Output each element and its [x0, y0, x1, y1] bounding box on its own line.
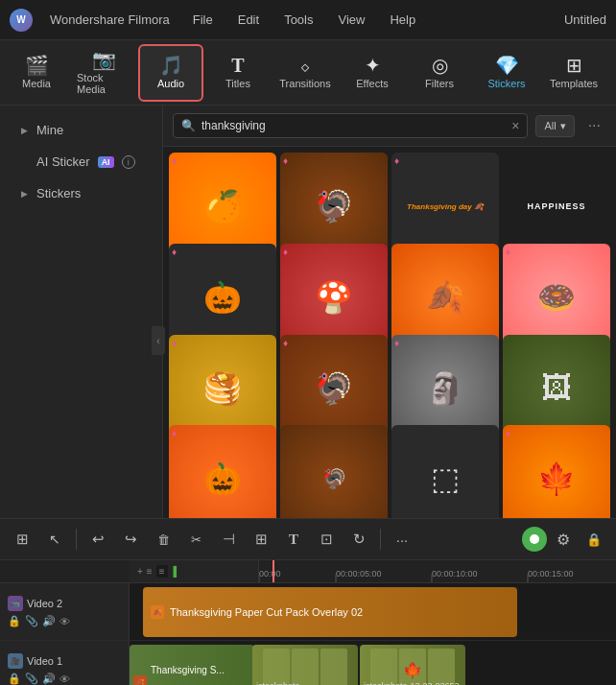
sidebar-item-mine-label: Mine [36, 123, 63, 137]
clip-icon: 🍂 [151, 605, 164, 619]
clip-thanksgiving-s[interactable]: 🍂 Thanksgiving S... [130, 645, 254, 685]
sticker-thumb: ⬚ [391, 425, 499, 518]
split-view-button[interactable]: ⊞ [8, 525, 36, 554]
stock-media-label: Stock Media [77, 72, 130, 95]
sticker-fav-icon: ♦ [172, 428, 177, 438]
toolbar-transitions[interactable]: ⬦ Transitions [272, 44, 338, 102]
settings-button[interactable]: ⚙ [551, 527, 576, 552]
toolbar-filters[interactable]: ◎ Filters [407, 44, 472, 102]
track-eye-icon[interactable]: 👁 [59, 616, 70, 627]
sticker-item-fall-leaves[interactable]: 🍁 ♦ ⬇ [503, 425, 610, 518]
track-audio-icon[interactable]: 🔊 [42, 615, 56, 627]
thumb-stripe-2 [292, 649, 319, 685]
track-header-top: 📹 Video 2 [8, 596, 121, 611]
select-tool-button[interactable]: ↖ [40, 525, 69, 554]
clip-thumbnails [263, 649, 347, 685]
rotate-button[interactable]: ↻ [344, 525, 373, 554]
track-audio-icon[interactable]: 🔊 [42, 673, 56, 685]
menu-view[interactable]: View [332, 9, 370, 31]
sticker-item-pumpkin2[interactable]: 🎃 ♦ ⬇ [169, 425, 276, 518]
track-video2-header: 📹 Video 2 🔒 📎 🔊 👁 [0, 583, 130, 640]
delete-button[interactable]: 🗑 [149, 525, 178, 554]
add-track-button[interactable]: + [137, 566, 143, 577]
toolbar-effects[interactable]: ✦ Effects [340, 44, 405, 102]
menu-tools[interactable]: Tools [278, 9, 319, 31]
record-button[interactable] [522, 527, 547, 552]
track-clip-icon[interactable]: 📎 [25, 673, 38, 685]
track-clip-icon[interactable]: 📎 [25, 615, 38, 627]
filters-icon: ◎ [432, 56, 448, 75]
effects-icon: ✦ [365, 56, 381, 75]
menu-edit[interactable]: Edit [232, 9, 265, 31]
thumb-stripe-3 [320, 649, 347, 685]
more-tools-button[interactable]: ··· [388, 525, 416, 554]
templates-label: Templates [550, 78, 598, 89]
sticker-fav-icon: ♦ [283, 338, 288, 348]
titlebar: W Wondershare Filmora File Edit Tools Vi… [0, 0, 616, 40]
audio-label: Audio [157, 78, 184, 89]
track-video1-header: 🎥 Video 1 🔒 📎 🔊 👁 [0, 641, 130, 685]
stickers-label: Stickers [487, 78, 525, 89]
track-lock-icon[interactable]: 🔒 [8, 615, 21, 627]
toolbar-audio[interactable]: 🎵 Audio [138, 44, 203, 102]
collapse-sidebar-button[interactable]: ‹ [152, 326, 165, 355]
ai-sticker-toggle-icon [19, 157, 29, 167]
undo-button[interactable]: ↩ [83, 525, 112, 554]
mine-toggle-icon: ▶ [19, 126, 29, 135]
search-input[interactable] [201, 119, 506, 132]
track-video1: 🎥 Video 1 🔒 📎 🔊 👁 🍂 Thanksgiving S... [0, 641, 616, 685]
sidebar-item-stickers[interactable]: ▶ Stickers [6, 178, 156, 208]
sidebar-item-mine[interactable]: ▶ Mine [6, 115, 156, 145]
track-video2: 📹 Video 2 🔒 📎 🔊 👁 🍂 Thanksgiving Paper C… [0, 583, 616, 641]
media-icon: 🎬 [25, 56, 49, 75]
content-panel: 🔍 × All ▾ ··· 🍊 ♦ ⬇ 🦃 ♦ ⬇ [163, 106, 616, 518]
fullscreen-button[interactable]: 🔒 [580, 525, 608, 554]
titles-label: Titles [225, 78, 250, 89]
timeline-controls: + ≡ ≡ ▌ [130, 560, 259, 582]
sticker-item-frame[interactable]: ⬚ ⬇ [391, 425, 499, 518]
trim-button[interactable]: ⊣ [214, 525, 243, 554]
filter-label: All [544, 120, 556, 131]
filter-button[interactable]: All ▾ [535, 115, 574, 137]
main-content: ▶ Mine AI Sticker AI i ▶ Stickers 🔍 × Al… [0, 106, 616, 518]
timeline-tracks: 📹 Video 2 🔒 📎 🔊 👁 🍂 Thanksgiving Paper C… [0, 583, 616, 685]
track-controls-video1: 🔒 📎 🔊 👁 [8, 673, 121, 685]
menu-file[interactable]: File [187, 9, 219, 31]
track-controls-video2: 🔒 📎 🔊 👁 [8, 615, 121, 627]
toolbar-titles[interactable]: T Titles [205, 44, 271, 102]
titlebar-left: W Wondershare Filmora File Edit Tools Vi… [10, 9, 421, 32]
main-toolbar: 🎬 Media 📷 Stock Media 🎵 Audio T Titles ⬦… [0, 40, 616, 106]
ruler-marks-area: 00:00 00:00:05:00 00:00:10:00 00:00:15:0… [259, 560, 616, 582]
crop-button[interactable]: ⊡ [312, 525, 341, 554]
ai-info-icon: i [122, 155, 135, 169]
group-button[interactable]: ⊞ [247, 525, 275, 554]
more-options-button[interactable]: ··· [582, 115, 606, 136]
transitions-icon: ⬦ [299, 56, 311, 75]
toolbar-stock-media[interactable]: 📷 Stock Media [71, 44, 136, 102]
filter-chevron-icon: ▾ [560, 120, 566, 132]
clear-search-icon[interactable]: × [511, 118, 519, 133]
sticker-item-turkey-2[interactable]: 🦃 ⬇ [280, 425, 388, 518]
sidebar-item-ai-sticker[interactable]: AI Sticker AI i [6, 147, 156, 177]
track-eye-icon[interactable]: 👁 [59, 673, 70, 685]
thumb-stripe-1 [370, 649, 397, 685]
toolbar-media[interactable]: 🎬 Media [4, 44, 69, 102]
clip-istock-1[interactable]: istockphoto- [252, 645, 358, 685]
sticker-fav-icon: ♦ [283, 247, 288, 257]
menu-help[interactable]: Help [384, 9, 421, 31]
cut-button[interactable]: ✂ [181, 525, 210, 554]
sticker-fav-icon: ♦ [172, 247, 177, 257]
track-lock-icon[interactable]: 🔒 [8, 673, 21, 685]
text-button[interactable]: T [279, 525, 308, 554]
search-bar: 🔍 × All ▾ ··· [163, 106, 616, 147]
toolbar-stickers[interactable]: 💎 Stickers [474, 44, 539, 102]
clip-istock-2[interactable]: istockphoto-13-23-23653- 🍁 [360, 645, 465, 685]
media-label: Media [22, 78, 51, 89]
redo-button[interactable]: ↪ [116, 525, 145, 554]
track-video1-content: 🍂 Thanksgiving S... istockphoto- [130, 641, 616, 685]
toolbar-templates[interactable]: ⊞ Templates [541, 44, 606, 102]
search-input-wrapper[interactable]: 🔍 × [173, 113, 528, 138]
clip-overlay[interactable]: 🍂 Thanksgiving Paper Cut Pack Overlay 02 [143, 587, 517, 637]
clip-label-1: Thanksgiving S... [135, 665, 225, 675]
record-icon [530, 534, 539, 544]
